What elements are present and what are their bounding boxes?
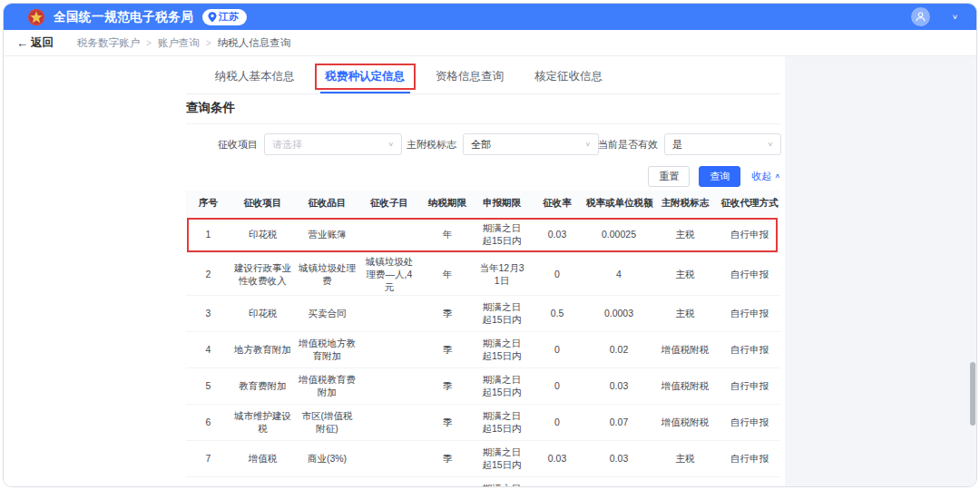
table-cell: 建设行政事业性收费收入 — [230, 252, 295, 295]
table-cell: 自行申报 — [719, 216, 780, 252]
table-cell: 自行申报 — [719, 404, 780, 440]
table-cell: 商业(3%) — [295, 440, 359, 476]
table-cell: 3 — [186, 295, 230, 331]
table-cell: 印花税 — [230, 295, 295, 331]
filter-label: 主附税标志 — [407, 138, 456, 152]
filter-group-2: 当前是否有效是∨ — [598, 133, 781, 155]
breadcrumb-item[interactable]: 账户查询 — [158, 36, 200, 50]
tab-0[interactable]: 纳税人基本信息 — [213, 60, 297, 93]
table-cell: 0.5 — [528, 295, 586, 331]
filter-select-value: 全部 — [471, 138, 491, 152]
table-cell: 期满之日起15日内 — [475, 216, 528, 252]
chevron-down-icon: ∨ — [584, 141, 591, 148]
region-badge-label: 江苏 — [219, 10, 239, 24]
filter-select-value: 请选择 — [272, 138, 302, 152]
table-cell: 4 — [186, 331, 230, 368]
result-table: 序号征收项目征收品目征收子目纳税期限申报期限征收率税率或单位税额主附税标志征收代… — [186, 191, 780, 487]
table-cell: 7 — [186, 440, 230, 476]
right-gutter — [785, 56, 976, 486]
table-cell: 0.03 — [528, 440, 586, 476]
table-cell: 城镇垃圾处理费 — [295, 252, 359, 295]
search-button[interactable]: 查询 — [699, 166, 740, 187]
table-cell: 营业账簿 — [295, 216, 359, 252]
chevron-down-icon: ∨ — [387, 141, 394, 148]
table-cell: 教育费附加 — [230, 368, 295, 404]
chevron-down-icon: ∨ — [767, 141, 773, 148]
tab-2[interactable]: 资格信息查询 — [434, 60, 505, 93]
table-cell: 期满之日起15日内 — [475, 295, 528, 331]
tab-1[interactable]: 税费种认定信息 — [324, 60, 407, 93]
table-cell: 期满之日起15日内 — [475, 331, 528, 368]
table-cell — [359, 440, 419, 476]
reset-button[interactable]: 重置 — [648, 166, 690, 187]
table-row: 7增值税商业(3%)季期满之日起15日内0.030.03主税自行申报 — [186, 440, 780, 476]
collapse-link[interactable]: 收起 ∧ — [751, 170, 780, 183]
table-cell — [359, 295, 419, 331]
scrollbar-thumb[interactable] — [970, 362, 975, 426]
tab-3[interactable]: 核定征收信息 — [533, 60, 604, 93]
table-cell: 增值税附税 — [652, 368, 719, 404]
user-avatar[interactable] — [911, 7, 930, 26]
account-chevron-down-icon[interactable]: ∨ — [952, 13, 958, 21]
table-cell: 买卖合同 — [295, 295, 359, 331]
table-cell: 0 — [528, 252, 586, 295]
table-row: 6城市维护建设税市区(增值税附征)季期满之日起15日内00.07增值税附税自行申… — [186, 404, 780, 440]
breadcrumb-item[interactable]: 税务数字账户 — [77, 36, 140, 50]
table-cell: 0.03 — [586, 368, 652, 404]
table-cell — [359, 476, 419, 487]
table-cell: 月 — [419, 476, 475, 487]
breadcrumb-item[interactable]: 纳税人信息查询 — [218, 36, 291, 50]
table-cell: 印花税 — [230, 216, 295, 252]
filter-select[interactable]: 全部∨ — [463, 133, 599, 155]
column-header: 主附税标志 — [652, 191, 719, 216]
table-cell: 地方教育附加 — [230, 331, 295, 368]
table-row: 3印花税买卖合同季期满之日起15日内0.50.0003主税自行申报 — [186, 295, 780, 331]
column-header: 序号 — [186, 191, 230, 216]
table-cell: 0.02 — [586, 331, 652, 368]
top-bar: 全国统一规范电子税务局 江苏 ∨ — [4, 4, 976, 30]
table-body: 1印花税营业账簿年期满之日起15日内0.030.00025主税自行申报2建设行政… — [186, 216, 780, 487]
filter-select[interactable]: 是∨ — [664, 133, 781, 155]
section-divider — [186, 123, 780, 124]
table-cell: 5 — [186, 368, 230, 404]
region-badge[interactable]: 江苏 — [202, 9, 247, 25]
table-row: 4地方教育附加增值税地方教育附加季期满之日起15日内00.02增值税附税自行申报 — [186, 331, 780, 368]
table-cell: 城镇垃圾处理费—人,4元 — [359, 252, 419, 295]
back-button[interactable]: ← 返回 — [16, 35, 54, 51]
back-label: 返回 — [31, 35, 54, 51]
filter-group-0: 征收项目请选择∨ — [218, 133, 402, 155]
column-header: 征收代理方式 — [719, 191, 780, 216]
filter-select-value: 是 — [672, 138, 682, 152]
table-cell: 增值税地方教育附加 — [295, 331, 359, 368]
query-section-title: 查询条件 — [186, 100, 235, 116]
chevron-up-icon: ∧ — [774, 172, 780, 180]
table-header: 序号征收项目征收品目征收子目纳税期限申报期限征收率税率或单位税额主附税标志征收代… — [186, 191, 780, 216]
table-cell: 市区(增值税附征) — [295, 404, 359, 440]
filter-select[interactable]: 请选择∨ — [264, 133, 402, 155]
table-cell: 0.03 — [586, 440, 652, 476]
table-row: 2建设行政事业性收费收入城镇垃圾处理费城镇垃圾处理费—人,4元年当年12月31日… — [186, 252, 780, 295]
table-cell: 主税 — [652, 216, 719, 252]
app-title: 全国统一规范电子税务局 — [54, 9, 193, 25]
table-cell: 主税 — [652, 295, 719, 331]
table-cell: 自行申报 — [719, 331, 780, 368]
table-cell: 年 — [419, 252, 475, 295]
breadcrumb-separator: > — [146, 38, 152, 48]
table-cell: 季 — [419, 331, 475, 368]
table-cell: 季 — [419, 368, 475, 404]
table-cell: 个人所得税 — [230, 476, 295, 487]
table-cell: 期满之日起15日内 — [475, 404, 528, 440]
location-pin-icon — [208, 12, 217, 23]
table-cell: 期满之日起15日内 — [475, 476, 528, 487]
table-cell: 城市维护建设税 — [230, 404, 295, 440]
table-cell: 自行申报 — [719, 368, 780, 404]
table-cell: 自行申报 — [719, 295, 780, 331]
table-cell: 4 — [586, 252, 652, 295]
table-row: 8个人所得税工资薪金所得月期满之日起15日内00.2主税代扣代缴 — [186, 476, 780, 487]
breadcrumb: 税务数字账户>账户查询>纳税人信息查询 — [77, 36, 290, 50]
breadcrumb-bar: ← 返回 税务数字账户>账户查询>纳税人信息查询 — [4, 30, 976, 56]
table-row: 5教育费附加增值税教育费附加季期满之日起15日内00.03增值税附税自行申报 — [186, 368, 780, 404]
table-cell: 增值税教育费附加 — [295, 368, 359, 404]
filter-label: 当前是否有效 — [598, 138, 658, 152]
user-icon — [915, 11, 926, 23]
